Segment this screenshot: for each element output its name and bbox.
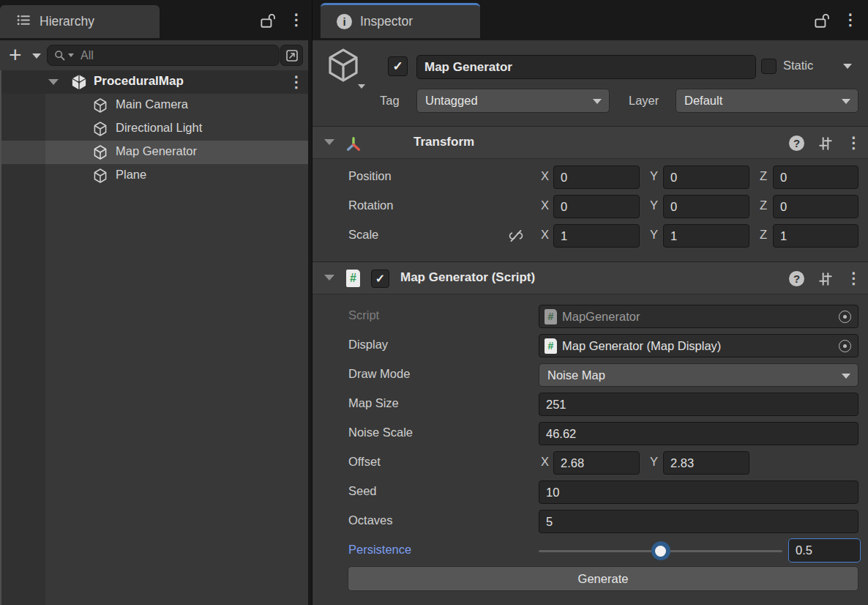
script-kebab-icon[interactable]: ⋮ bbox=[846, 269, 861, 288]
persistence-slider-thumb[interactable] bbox=[651, 541, 670, 560]
gameobject-header: ✓ Static Tag Untagged Layer Default bbox=[313, 40, 868, 125]
offset-y-input[interactable] bbox=[663, 451, 749, 475]
tab-inspector[interactable]: Inspector bbox=[321, 3, 480, 38]
generate-row: Generate bbox=[313, 564, 868, 593]
static-flags-caret-icon[interactable] bbox=[843, 64, 852, 69]
gameobject-name-input[interactable] bbox=[416, 55, 756, 79]
hierarchy-item-directional-light[interactable]: Directional Light bbox=[1, 117, 308, 141]
persistence-row: Persistence bbox=[313, 536, 868, 565]
hierarchy-item-map-generator[interactable]: Map Generator bbox=[1, 141, 308, 164]
unity-logo-icon bbox=[70, 73, 88, 94]
hierarchy-item-main-camera[interactable]: Main Camera bbox=[1, 94, 308, 117]
tag-dropdown[interactable]: Untagged bbox=[416, 89, 610, 113]
thumbnail-caret-icon bbox=[358, 84, 365, 89]
seed-input[interactable] bbox=[539, 480, 858, 504]
hierarchy-search-box[interactable] bbox=[47, 45, 280, 66]
popout-icon bbox=[285, 48, 299, 63]
position-z-input[interactable] bbox=[773, 166, 858, 189]
static-label: Static bbox=[783, 59, 813, 73]
layer-dropdown[interactable]: Default bbox=[676, 89, 858, 113]
foldout-expanded-icon[interactable] bbox=[324, 139, 334, 145]
position-x-input[interactable] bbox=[553, 166, 640, 189]
plus-icon: + bbox=[9, 45, 22, 65]
transform-title: Transform bbox=[414, 135, 474, 149]
search-filter-caret-icon bbox=[68, 53, 74, 57]
display-field-row: Display Map Generator (Map Display) bbox=[313, 331, 868, 360]
layer-label: Layer bbox=[629, 94, 659, 108]
rotation-z-input[interactable] bbox=[773, 195, 858, 218]
hierarchy-tabbar: Hierarchy ⋮ bbox=[0, 0, 308, 40]
noise-scale-row: Noise Scale bbox=[313, 419, 868, 448]
inspector-panel: Inspector ⋮ ✓ Static bbox=[312, 0, 868, 605]
create-object-button[interactable]: + bbox=[6, 44, 44, 66]
hierarchy-item-plane[interactable]: Plane bbox=[1, 164, 308, 188]
csharp-script-icon bbox=[545, 309, 557, 324]
chevron-down-icon bbox=[842, 374, 850, 379]
search-input[interactable] bbox=[79, 48, 279, 63]
transform-position-row: Position X Y Z bbox=[313, 163, 868, 192]
rotation-x-input[interactable] bbox=[553, 195, 640, 218]
generate-button[interactable]: Generate bbox=[348, 566, 858, 591]
foldout-expanded-icon[interactable] bbox=[324, 275, 334, 281]
map-size-row: Map Size bbox=[313, 390, 868, 419]
check-icon: ✓ bbox=[392, 59, 403, 74]
chevron-down-icon bbox=[593, 99, 602, 104]
component-enabled-checkbox[interactable]: ✓ bbox=[371, 270, 389, 288]
scale-y-input[interactable] bbox=[663, 224, 749, 248]
check-icon: ✓ bbox=[375, 272, 385, 286]
position-y-input[interactable] bbox=[663, 166, 749, 189]
scene-row-proceduralmap[interactable]: ProceduralMap ⋮ bbox=[0, 70, 308, 94]
csharp-script-icon bbox=[346, 270, 360, 287]
csharp-script-icon bbox=[545, 338, 557, 354]
scene-name: ProceduralMap bbox=[94, 74, 184, 89]
object-picker-icon[interactable] bbox=[839, 340, 851, 352]
offset-x-input[interactable] bbox=[553, 451, 640, 475]
lock-open-icon[interactable] bbox=[258, 10, 277, 31]
transform-scale-row: Scale X Y Z bbox=[313, 221, 868, 250]
tab-hierarchy[interactable]: Hierarchy bbox=[0, 5, 160, 38]
rotation-y-input[interactable] bbox=[663, 195, 749, 218]
gameobject-active-checkbox[interactable]: ✓ bbox=[388, 56, 408, 76]
offset-row: Offset X Y bbox=[313, 448, 868, 478]
foldout-expanded-icon[interactable] bbox=[48, 79, 59, 85]
noise-scale-input[interactable] bbox=[539, 422, 858, 445]
map-generator-script-title: Map Generator (Script) bbox=[400, 270, 535, 285]
hierarchy-menu-kebab-icon[interactable]: ⋮ bbox=[287, 10, 306, 30]
info-icon bbox=[337, 14, 352, 29]
help-icon[interactable] bbox=[789, 271, 804, 286]
transform-kebab-icon[interactable]: ⋮ bbox=[846, 133, 861, 152]
help-icon[interactable] bbox=[789, 136, 804, 151]
chevron-down-icon bbox=[32, 53, 41, 59]
gameobject-cube-icon bbox=[92, 121, 108, 140]
octaves-input[interactable] bbox=[539, 510, 858, 533]
script-field-row: Script MapGenerator bbox=[313, 302, 868, 331]
link-broken-icon[interactable] bbox=[507, 227, 525, 248]
hierarchy-panel: Hierarchy ⋮ + bbox=[0, 0, 308, 605]
scale-x-input[interactable] bbox=[553, 224, 640, 248]
object-picker-icon[interactable] bbox=[839, 311, 851, 323]
gameobject-thumbnail-icon[interactable] bbox=[324, 46, 362, 87]
script-object-field[interactable]: MapGenerator bbox=[539, 305, 858, 328]
presets-icon[interactable] bbox=[818, 136, 834, 155]
inspector-content: ✓ Static Tag Untagged Layer Default bbox=[313, 40, 868, 605]
open-search-window-button[interactable] bbox=[280, 45, 303, 66]
static-checkbox[interactable] bbox=[761, 59, 777, 74]
map-size-input[interactable] bbox=[539, 393, 858, 416]
search-icon bbox=[53, 49, 67, 62]
tag-label: Tag bbox=[380, 94, 400, 108]
draw-mode-row: Draw Mode Noise Map bbox=[313, 360, 868, 390]
unity-editor-window: Hierarchy ⋮ + bbox=[0, 0, 868, 605]
presets-icon[interactable] bbox=[818, 271, 834, 290]
inspector-menu-kebab-icon[interactable]: ⋮ bbox=[841, 10, 860, 30]
persistence-input[interactable] bbox=[788, 538, 861, 563]
scene-kebab-icon[interactable]: ⋮ bbox=[287, 72, 306, 92]
transform-header[interactable]: Transform ⋮ bbox=[313, 126, 868, 159]
map-generator-script-header[interactable]: ✓ Map Generator (Script) ⋮ bbox=[313, 261, 868, 294]
tab-hierarchy-label: Hierarchy bbox=[40, 14, 94, 29]
lock-open-icon[interactable] bbox=[812, 10, 831, 31]
draw-mode-dropdown[interactable]: Noise Map bbox=[539, 363, 858, 387]
scale-z-input[interactable] bbox=[773, 224, 858, 248]
chevron-down-icon bbox=[842, 99, 850, 104]
display-object-field[interactable]: Map Generator (Map Display) bbox=[539, 334, 858, 357]
hierarchy-toolbar: + bbox=[0, 40, 308, 70]
